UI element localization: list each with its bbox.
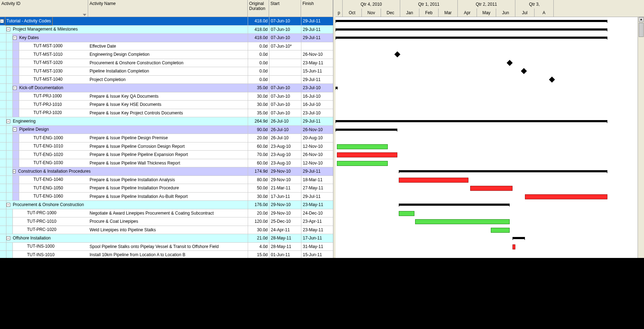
milestone-marker[interactable]	[506, 60, 512, 66]
col-label: Start	[270, 1, 279, 6]
task-bar[interactable]	[337, 152, 397, 157]
milestone-marker[interactable]	[521, 68, 527, 74]
collapse-toggle[interactable]: −	[6, 203, 10, 207]
activity-row[interactable]: TUT-ENG-1020Prepare & Issue Pipeline Pip…	[0, 151, 333, 159]
activity-name-text: Pipeline Installation Completion	[88, 67, 248, 75]
activity-row[interactable]: TUT-ENG-1050Prepare & Issue Pipeline Ins…	[0, 184, 333, 193]
cell-start: 21-Mar-11	[269, 184, 301, 192]
summary-bar[interactable]	[336, 37, 607, 39]
collapse-toggle[interactable]: −	[13, 169, 16, 173]
summary-row[interactable]: −Construction & Installation Procedures1…	[0, 167, 333, 176]
col-original-duration[interactable]: Original Duration	[248, 0, 269, 17]
activity-id-text: Pipeline Design	[18, 125, 49, 134]
cell-finish: 29-Jul-11	[301, 76, 333, 84]
task-bar[interactable]	[470, 186, 512, 191]
activity-name-text: Weld Linepipes into Pipeline Stalks	[88, 226, 248, 234]
summary-row[interactable]: −Project Management & Milestones418.0d07…	[0, 26, 333, 34]
cell-start: 23-Aug-10	[269, 151, 301, 159]
activity-row[interactable]: TUT-PRJ-1020Prepare & Issue Key Project …	[0, 109, 333, 118]
col-start[interactable]: Start	[269, 0, 301, 17]
summary-bar[interactable]	[336, 120, 607, 122]
summary-bar[interactable]	[336, 20, 607, 22]
milestone-marker[interactable]	[549, 76, 555, 82]
col-finish[interactable]: Finish	[301, 0, 333, 17]
summary-row[interactable]: −Pipeline Design90.0d26-Jul-1026-Nov-10	[0, 126, 333, 134]
task-bar[interactable]	[415, 219, 510, 224]
activity-row[interactable]: TUT-ENG-1040Prepare & Issue Pipeline Ins…	[0, 176, 333, 184]
milestone-marker[interactable]	[394, 52, 400, 58]
cell-finish: 15-Jun-11	[301, 67, 333, 75]
scroll-thumb[interactable]	[639, 23, 644, 37]
activity-row[interactable]: TUT-PRJ-1010Prepare & Issue Key HSE Docu…	[0, 101, 333, 109]
gantt-row	[336, 126, 644, 134]
activity-row[interactable]: TUT-ENG-1000Prepare & Issue Pipeline Des…	[0, 134, 333, 142]
activity-name-text	[88, 234, 248, 242]
summary-bar[interactable]	[336, 129, 397, 131]
cell-start	[269, 67, 301, 75]
summary-bar[interactable]	[336, 87, 338, 89]
activity-row[interactable]: TUT-INS-1000Spool Pipeline Stalks onto P…	[0, 243, 333, 251]
activity-row[interactable]: TUT-MST-1000Effective Date0.0d07-Jun-10*	[0, 42, 333, 51]
activity-id-text: Key Dates	[18, 34, 39, 42]
activity-name-text: Engineering Design Completion	[88, 50, 248, 59]
cell-start: 29-Nov-10	[269, 167, 301, 176]
cell-finish	[301, 42, 333, 50]
cell-start: 07-Jun-10	[269, 92, 301, 101]
task-bar[interactable]	[525, 194, 607, 199]
cell-finish: 23-Jul-10	[301, 84, 333, 92]
summary-row[interactable]: −Offshore Installation21.0d28-May-1117-J…	[0, 234, 333, 243]
activity-id-text: Kick-off Documentation	[18, 84, 63, 92]
col-label: Activity ID	[1, 1, 20, 6]
activity-row[interactable]: TUT-ENG-1030Prepare & Issue Pipeline Wal…	[0, 159, 333, 168]
summary-row[interactable]: −Key Dates418.0d07-Jun-1029-Jul-11	[0, 34, 333, 42]
cell-finish: 26-Nov-10	[301, 126, 333, 134]
task-bar[interactable]	[337, 144, 388, 149]
activity-row[interactable]: TUT-MST-1040Project Completion0.0d29-Jul…	[0, 76, 333, 84]
filter-icon[interactable]	[83, 14, 86, 16]
activity-id-text: TUT-MST-1030	[19, 67, 63, 75]
cell-dur: 60.0d	[248, 159, 269, 167]
col-activity-name[interactable]: Activity Name	[88, 0, 248, 17]
activity-row[interactable]: TUT-ENG-1010Prepare & Issue Pipeline Cor…	[0, 142, 333, 151]
summary-row[interactable]: −Engineering264.9d26-Jul-1029-Jul-11	[0, 117, 333, 126]
summary-row[interactable]: −Procurement & Onshore Construction176.0…	[0, 201, 333, 209]
cell-dur: 35.0d	[248, 109, 269, 117]
task-bar[interactable]	[399, 211, 414, 216]
cell-dur: 30.0d	[248, 226, 269, 234]
task-bar[interactable]	[337, 161, 388, 166]
activity-row[interactable]: TUT-PRC-1020Weld Linepipes into Pipeline…	[0, 226, 333, 234]
collapse-toggle[interactable]: −	[13, 86, 17, 90]
task-bar[interactable]	[512, 244, 515, 249]
summary-row[interactable]: −Tutorial - Activity Codes418.0d07-Jun-1…	[0, 17, 333, 26]
collapse-toggle[interactable]: −	[6, 119, 10, 123]
gantt-row	[336, 167, 644, 176]
activity-row[interactable]: TUT-PRJ-1000Prepare & Issue Key QA Docum…	[0, 92, 333, 101]
activity-id-text: Procurement & Onshore Construction	[11, 201, 84, 209]
activity-id-text: TUT-ENG-1030	[19, 159, 63, 167]
collapse-toggle[interactable]: −	[0, 19, 4, 23]
activity-row[interactable]: TUT-MST-1010Engineering Design Completio…	[0, 50, 333, 59]
letterbox	[0, 258, 644, 329]
activity-name-text	[88, 126, 248, 134]
cell-start: 28-May-11	[269, 234, 301, 242]
summary-bar[interactable]	[336, 28, 607, 31]
scroll-up-icon[interactable]: ▲	[639, 17, 644, 22]
activity-row[interactable]: TUT-ENG-1060Prepare & Issue Pipeline Ins…	[0, 193, 333, 201]
cell-start: 26-Jul-10	[269, 117, 301, 125]
collapse-toggle[interactable]: −	[13, 36, 17, 40]
gantt-row	[336, 243, 644, 251]
task-bar[interactable]	[399, 178, 468, 183]
activity-row[interactable]: TUT-PRC-1000Negotiate & Award Linepipes …	[0, 209, 333, 218]
summary-bar[interactable]	[399, 204, 510, 206]
summary-row[interactable]: −Kick-off Documentation35.0d07-Jun-1023-…	[0, 84, 333, 92]
col-activity-id[interactable]: Activity ID	[0, 0, 88, 17]
collapse-toggle[interactable]: −	[13, 128, 17, 131]
collapse-toggle[interactable]: −	[6, 27, 10, 31]
activity-row[interactable]: TUT-MST-1030Pipeline Installation Comple…	[0, 67, 333, 76]
summary-bar[interactable]	[512, 237, 525, 239]
collapse-toggle[interactable]: −	[6, 236, 10, 240]
activity-row[interactable]: TUT-PRC-1010Procure & Coat Linepipes120.…	[0, 217, 333, 226]
activity-row[interactable]: TUT-MST-1020Procurement & Onshore Constr…	[0, 59, 333, 68]
task-bar[interactable]	[491, 228, 509, 233]
summary-bar[interactable]	[399, 170, 607, 172]
